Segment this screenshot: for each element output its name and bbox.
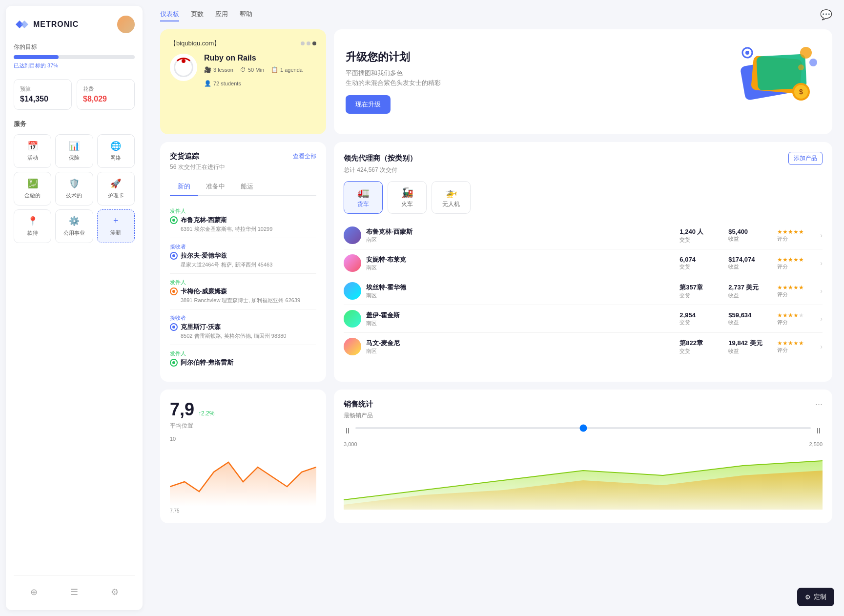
progress-fill bbox=[14, 55, 59, 59]
agent-arrow-2[interactable]: › bbox=[820, 287, 823, 295]
settings-icon[interactable]: ⚙ bbox=[108, 584, 122, 600]
notification-icon[interactable]: 💬 bbox=[820, 9, 832, 21]
nav-help[interactable]: 帮助 bbox=[240, 8, 252, 21]
agent-info-1: 安妮特-布莱克 南区 bbox=[366, 255, 679, 271]
stars-0: ★★★★★ bbox=[777, 228, 816, 235]
tab-preparing[interactable]: 准备中 bbox=[198, 178, 233, 196]
drone-icon: 🚁 bbox=[445, 186, 457, 198]
cat-drone-label: 无人机 bbox=[442, 200, 460, 208]
agents-card: 领先代理商（按类别） 添加产品 总计 424,567 次交付 🚛 货车 🚂 火车… bbox=[334, 142, 832, 382]
rating-label-0: 评分 bbox=[777, 235, 816, 243]
rating-label-4: 评分 bbox=[777, 347, 816, 354]
agenda-icon: 📋 bbox=[271, 66, 278, 73]
cat-train-label: 火车 bbox=[401, 200, 413, 208]
dot-1 bbox=[301, 41, 305, 45]
delivery-subtitle: 56 次交付正在进行中 bbox=[170, 163, 316, 171]
svg-point-3 bbox=[800, 47, 812, 59]
customize-label: 定制 bbox=[814, 593, 826, 601]
cat-tab-truck[interactable]: 🚛 货车 bbox=[344, 181, 383, 214]
stars-2: ★★★★★ bbox=[777, 284, 816, 291]
upgrade-illustration: $ bbox=[733, 43, 821, 121]
service-hospitality[interactable]: 📍 款待 bbox=[14, 209, 51, 243]
cat-tab-train[interactable]: 🚂 火车 bbox=[388, 181, 427, 214]
agent-arrow-0[interactable]: › bbox=[820, 231, 823, 239]
nav-pages[interactable]: 页数 bbox=[191, 8, 204, 21]
tracking-name-1: 拉尔夫-爱德华兹 bbox=[181, 251, 227, 260]
service-insurance[interactable]: 📊 保险 bbox=[55, 134, 93, 168]
delivery-view-all[interactable]: 查看全部 bbox=[293, 152, 316, 161]
agent-transactions-2: 第357章 bbox=[679, 283, 728, 292]
tracking-name-4: 阿尔伯特-弗洛雷斯 bbox=[181, 358, 233, 367]
agent-arrow-3[interactable]: › bbox=[820, 315, 823, 323]
layers-icon[interactable]: ⊕ bbox=[27, 584, 41, 600]
play-icon: ⏸ bbox=[344, 427, 351, 435]
service-add[interactable]: + 添新 bbox=[97, 209, 135, 243]
agent-trans-label-2: 交货 bbox=[679, 292, 728, 299]
sales-card: 销售统计 ··· 最畅销产品 ⏸ ⏸ 3,000 2,500 bbox=[334, 390, 832, 523]
agent-rev-label-0: 收益 bbox=[728, 235, 777, 243]
agent-info-0: 布鲁克林-西蒙斯 南区 bbox=[366, 227, 679, 244]
progress-bar bbox=[14, 55, 135, 59]
agent-name-0: 布鲁克林-西蒙斯 bbox=[366, 227, 679, 236]
sales-more-icon[interactable]: ··· bbox=[815, 399, 823, 410]
service-care[interactable]: 🚀 护理卡 bbox=[97, 172, 135, 205]
sidebar-footer: ⊕ ☰ ⚙ bbox=[14, 575, 135, 600]
sales-header: 销售统计 ··· bbox=[344, 399, 823, 410]
hospitality-icon: 📍 bbox=[27, 216, 38, 226]
agent-revenue-4: 19,842 美元 收益 bbox=[728, 339, 777, 355]
avatar-image bbox=[117, 16, 135, 33]
service-activity[interactable]: 📅 活动 bbox=[14, 134, 51, 168]
file-icon[interactable]: ☰ bbox=[67, 584, 81, 600]
upgrade-svg: $ bbox=[733, 43, 821, 111]
agent-avatar-3 bbox=[344, 310, 361, 328]
logo: METRONIC bbox=[14, 17, 79, 32]
chart-area bbox=[170, 448, 316, 506]
upgrade-button[interactable]: 现在升级 bbox=[346, 95, 391, 114]
course-title: Ruby on Rails bbox=[204, 54, 316, 62]
course-logo bbox=[170, 54, 197, 81]
service-finance[interactable]: 💹 金融的 bbox=[14, 172, 51, 205]
avg-growth: ↑2.2% bbox=[198, 410, 214, 417]
tab-new[interactable]: 新的 bbox=[170, 178, 198, 196]
agents-header: 领先代理商（按类别） 添加产品 bbox=[344, 152, 823, 165]
time-range-slider[interactable] bbox=[355, 427, 811, 429]
insurance-label: 保险 bbox=[69, 154, 80, 162]
stars-4: ★★★★★ bbox=[777, 340, 816, 347]
add-product-button[interactable]: 添加产品 bbox=[788, 152, 823, 165]
cat-truck-label: 货车 bbox=[357, 200, 369, 208]
nav-dashboard[interactable]: 仪表板 bbox=[160, 8, 179, 21]
agent-arrow-4[interactable]: › bbox=[820, 343, 823, 350]
topnav: 仪表板 页数 应用 帮助 💬 bbox=[148, 0, 844, 29]
nav-apps[interactable]: 应用 bbox=[215, 8, 228, 21]
agent-row-4: 马文-麦金尼 南区 第822章 交货 19,842 美元 收益 ★★★★★ bbox=[344, 333, 823, 360]
agent-revenue-0: $5,400 收益 bbox=[728, 228, 777, 243]
tracking-name-3: 克里斯汀-沃森 bbox=[181, 323, 221, 331]
agent-region-2: 南区 bbox=[366, 292, 679, 299]
customize-button[interactable]: ⚙ 定制 bbox=[797, 588, 834, 606]
tab-shipping[interactable]: 船运 bbox=[233, 178, 261, 196]
sales-subtitle: 最畅销产品 bbox=[344, 411, 823, 420]
service-utility[interactable]: ⚙️ 公用事业 bbox=[55, 209, 93, 243]
avg-stats-card: 7,9 ↑2.2% 平均位置 10 bbox=[160, 390, 326, 523]
tracking-role-1: 接收者 bbox=[170, 243, 316, 250]
agent-row-1: 安妮特-布莱克 南区 6,074 交货 $174,074 收益 ★★★★★ bbox=[344, 249, 823, 277]
avg-value: 7,9 bbox=[170, 399, 194, 420]
lessons-meta: 🎥 3 lesson bbox=[204, 66, 233, 73]
rating-label-2: 评分 bbox=[777, 291, 816, 298]
agent-rev-value-4: 19,842 美元 bbox=[728, 339, 777, 348]
care-label: 护理卡 bbox=[108, 192, 124, 199]
goal-label: 你的目标 bbox=[14, 43, 135, 51]
range-slider-container: ⏸ ⏸ bbox=[344, 427, 823, 435]
agent-arrow-1[interactable]: › bbox=[820, 259, 823, 267]
content-area: 【biqubiqu.com】 Ruby on Rails bbox=[148, 29, 844, 616]
goal-percent: 已达到目标的 37% bbox=[14, 62, 135, 69]
scale-10: 10 bbox=[170, 436, 176, 442]
logo-text: METRONIC bbox=[33, 20, 79, 29]
agents-subtitle: 总计 424,567 次交付 bbox=[344, 166, 823, 174]
agent-rev-label-2: 收益 bbox=[728, 292, 777, 299]
service-tech[interactable]: 🛡️ 技术的 bbox=[55, 172, 93, 205]
tracking-name-row-1: 拉尔夫-爱德华兹 bbox=[170, 251, 316, 260]
cat-tab-drone[interactable]: 🚁 无人机 bbox=[432, 181, 471, 214]
service-network[interactable]: 🌐 网络 bbox=[97, 134, 135, 168]
rating-label-1: 评分 bbox=[777, 263, 816, 270]
